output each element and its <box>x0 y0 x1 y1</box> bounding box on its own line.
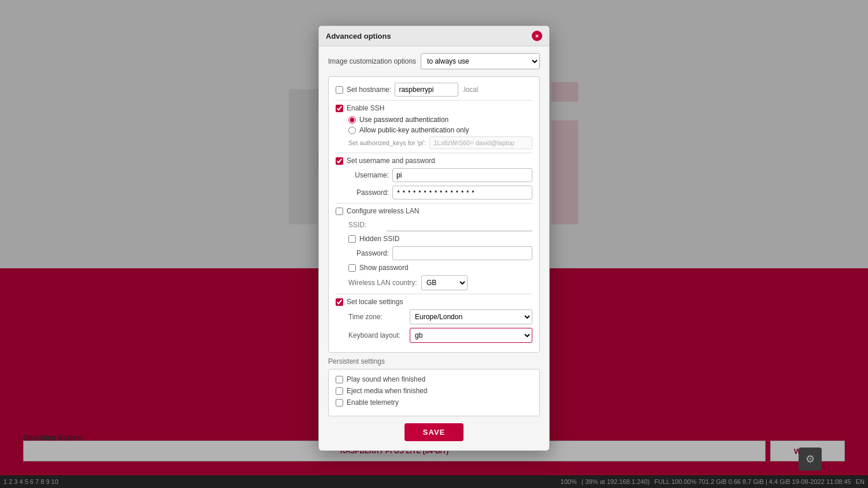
eject-media-checkbox[interactable] <box>336 387 343 395</box>
enable-telemetry-checkbox[interactable] <box>336 399 343 406</box>
modal-overlay: Advanced options × Image customization o… <box>0 0 868 488</box>
show-password-row: Show password <box>348 264 532 272</box>
set-hostname-checkbox[interactable] <box>336 86 343 94</box>
timezone-select[interactable]: Europe/London America/New_York Asia/Toky… <box>410 309 532 324</box>
configure-wireless-lan-label[interactable]: Configure wireless LAN <box>347 207 419 215</box>
play-sound-checkbox[interactable] <box>336 376 343 383</box>
ssid-label: SSID: <box>348 221 383 229</box>
divider-1 <box>336 100 532 101</box>
keyboard-layout-row: Keyboard layout: gb us de <box>348 328 532 343</box>
country-select[interactable]: GB US DE <box>421 275 468 290</box>
use-password-label[interactable]: Use password authentication <box>359 116 448 124</box>
hidden-ssid-row: Hidden SSID <box>348 235 532 243</box>
country-label: Wireless LAN country: <box>348 279 418 287</box>
keyboard-layout-label: Keyboard layout: <box>348 331 406 339</box>
dialog-body: Image customization options to always us… <box>319 46 549 450</box>
persistent-settings-section: Play sound when finished Eject media whe… <box>328 369 540 416</box>
locale-settings-row: Set locale settings <box>336 298 532 306</box>
divider-4 <box>336 294 532 294</box>
dialog-close-button[interactable]: × <box>532 31 542 41</box>
username-field-label: Username: <box>348 171 389 179</box>
show-password-label[interactable]: Show password <box>359 264 409 272</box>
enable-telemetry-row: Enable telemetry <box>336 398 532 406</box>
eject-media-row: Eject media when finished <box>336 387 532 395</box>
set-username-password-checkbox[interactable] <box>336 157 343 165</box>
divider-2 <box>336 153 532 153</box>
image-customization-row: Image customization options to always us… <box>328 53 540 69</box>
country-row: Wireless LAN country: GB US DE <box>348 275 532 290</box>
hostname-input[interactable] <box>395 83 458 97</box>
wireless-password-row: Password: <box>348 246 532 260</box>
allow-pubkey-row: Allow public-key authentication only <box>348 126 532 134</box>
timezone-row: Time zone: Europe/London America/New_Yor… <box>348 309 532 324</box>
configure-wireless-lan-checkbox[interactable] <box>336 208 343 215</box>
set-locale-checkbox[interactable] <box>336 298 343 306</box>
set-locale-label[interactable]: Set locale settings <box>347 298 403 306</box>
dialog-title-bar: Advanced options × <box>319 26 549 46</box>
divider-3 <box>336 203 532 204</box>
advanced-options-dialog: Advanced options × Image customization o… <box>318 25 550 451</box>
wireless-password-input[interactable] <box>392 246 532 260</box>
image-customization-label: Image customization options <box>328 57 416 65</box>
hidden-ssid-label[interactable]: Hidden SSID <box>359 235 399 243</box>
timezone-label: Time zone: <box>348 313 406 321</box>
username-indent: Username: Password: <box>348 168 532 199</box>
use-password-row: Use password authentication <box>348 116 532 124</box>
password-field-label: Password: <box>348 188 389 197</box>
show-password-checkbox[interactable] <box>348 264 356 272</box>
set-hostname-label[interactable]: Set hostname: <box>347 86 391 94</box>
set-username-password-label[interactable]: Set username and password <box>347 157 435 165</box>
enable-ssh-checkbox[interactable] <box>336 105 343 112</box>
hidden-ssid-checkbox[interactable] <box>348 235 356 243</box>
play-sound-row: Play sound when finished <box>336 375 532 383</box>
auth-keys-input[interactable] <box>429 136 532 149</box>
enable-telemetry-label[interactable]: Enable telemetry <box>347 398 399 406</box>
allow-pubkey-label[interactable]: Allow public-key authentication only <box>359 126 469 134</box>
username-password-row: Set username and password <box>336 157 532 165</box>
username-field-row: Username: <box>348 168 532 182</box>
persistent-settings-label: Persistent settings <box>328 357 540 365</box>
password-input[interactable] <box>392 186 532 199</box>
eject-media-label[interactable]: Eject media when finished <box>347 387 427 395</box>
hostname-suffix: .local <box>462 86 478 94</box>
auth-keys-row: Set authorized_keys for 'pi': <box>348 136 532 149</box>
set-hostname-row: Set hostname: .local <box>336 83 532 97</box>
enable-ssh-label[interactable]: Enable SSH <box>347 104 384 112</box>
allow-pubkey-radio[interactable] <box>348 127 356 134</box>
wireless-lan-row: Configure wireless LAN <box>336 207 532 215</box>
image-customization-select[interactable]: to always use for this session only neve… <box>421 53 540 69</box>
dialog-title: Advanced options <box>326 32 391 40</box>
save-button[interactable]: SAVE <box>404 423 464 441</box>
ssid-input[interactable] <box>387 219 532 231</box>
enable-ssh-row: Enable SSH <box>336 104 532 112</box>
auth-keys-label: Set authorized_keys for 'pi': <box>348 139 426 146</box>
username-input[interactable] <box>392 168 532 182</box>
play-sound-label[interactable]: Play sound when finished <box>347 375 425 383</box>
use-password-radio[interactable] <box>348 116 356 124</box>
password-field-row: Password: <box>348 186 532 199</box>
main-options-section: Set hostname: .local Enable SSH Use pass… <box>328 76 540 353</box>
keyboard-layout-select[interactable]: gb us de <box>410 328 532 343</box>
ssid-row: SSID: <box>348 219 532 231</box>
wireless-password-label: Password: <box>348 249 389 257</box>
